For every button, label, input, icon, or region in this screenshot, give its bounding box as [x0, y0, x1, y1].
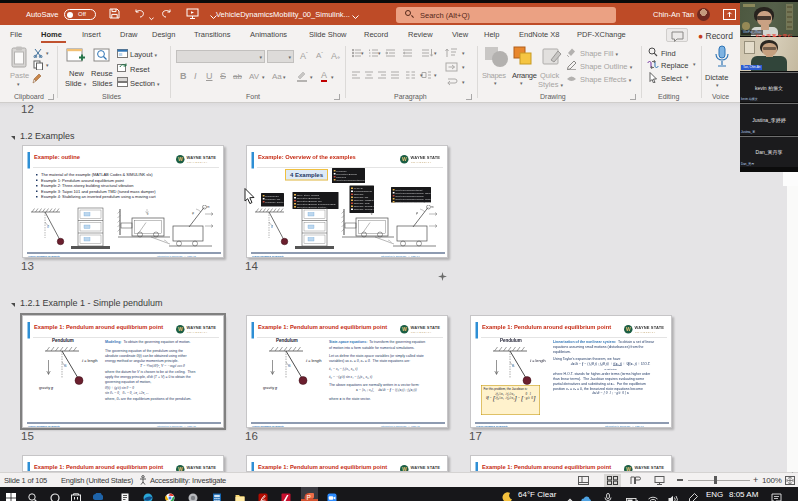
svg-text:ℓ = length: ℓ = length	[305, 359, 322, 363]
svg-text:gravity g: gravity g	[263, 386, 278, 390]
svg-text:Pendulum: Pendulum	[276, 338, 298, 343]
svg-text:m: m	[207, 205, 210, 209]
svg-text:θ: θ	[47, 225, 49, 229]
svg-text:Pendulum: Pendulum	[500, 338, 522, 343]
svg-text:θ: θ	[271, 225, 273, 229]
svg-text:ℓ = length: ℓ = length	[81, 359, 98, 363]
svg-text:φ: φ	[192, 211, 194, 215]
svg-text:gravity g: gravity g	[39, 386, 54, 390]
svg-text:θ: θ	[288, 363, 291, 368]
svg-text:θ: θ	[512, 363, 515, 368]
svg-text:φ: φ	[416, 211, 418, 215]
svg-text:P: P	[307, 494, 311, 501]
svg-text:Pendulum: Pendulum	[52, 338, 74, 343]
svg-text:m: m	[431, 205, 434, 209]
svg-text:ℓ = length: ℓ = length	[529, 359, 546, 363]
svg-text:θ: θ	[64, 363, 67, 368]
